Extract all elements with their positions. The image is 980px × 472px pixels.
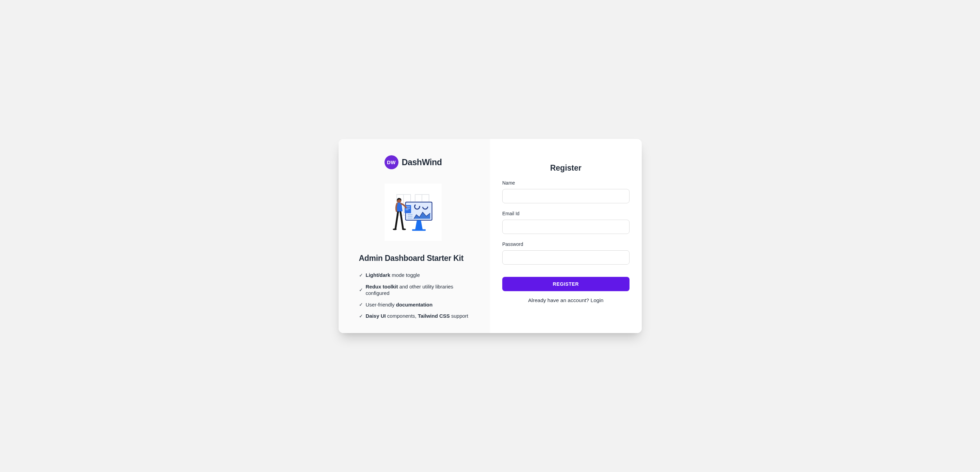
svg-point-17 (393, 228, 397, 230)
feature-item: ✓ Redux toolkit and other utility librar… (359, 283, 470, 297)
check-icon: ✓ (359, 313, 363, 319)
register-form-panel: Register Name Email Id Password Register… (490, 139, 642, 333)
svg-rect-13 (407, 214, 412, 215)
email-label: Email Id (502, 211, 630, 216)
svg-rect-10 (405, 209, 408, 210)
intro-panel: DW DashWind (339, 139, 490, 333)
intro-illustration (385, 183, 442, 241)
name-label: Name (502, 180, 630, 186)
svg-rect-6 (412, 229, 426, 231)
page-container: DW DashWind (0, 0, 980, 472)
intro-headline: Admin Dashboard Starter Kit (359, 254, 470, 263)
svg-rect-14 (407, 216, 412, 217)
svg-marker-5 (415, 220, 422, 230)
svg-rect-15 (407, 218, 412, 218)
register-card: DW DashWind (339, 139, 642, 333)
brand-name: DashWind (402, 157, 442, 167)
check-icon: ✓ (359, 272, 363, 278)
password-input[interactable] (502, 250, 630, 265)
login-prompt-text: Already have an account? (528, 297, 591, 303)
dashboard-illustration-icon (388, 187, 438, 238)
brand-badge: DW (385, 155, 398, 169)
feature-item: ✓ Daisy UI components, Tailwind CSS supp… (359, 313, 470, 319)
feature-list: ✓ Light/dark mode toggle ✓ Redux toolkit… (359, 272, 470, 319)
check-icon: ✓ (359, 287, 363, 293)
svg-point-18 (402, 228, 406, 230)
form-title: Register (502, 163, 630, 173)
name-field-group: Name (502, 180, 630, 203)
register-button[interactable]: Register (502, 277, 630, 291)
brand-logo: DW DashWind (385, 155, 470, 169)
password-field-group: Password (502, 241, 630, 265)
login-link[interactable]: Login (591, 297, 604, 303)
feature-text: Light/dark mode toggle (366, 272, 420, 279)
email-input[interactable] (502, 220, 630, 234)
feature-text: User-friendly documentation (366, 301, 433, 308)
feature-text: Redux toolkit and other utility librarie… (366, 283, 470, 297)
password-label: Password (502, 241, 630, 247)
feature-item: ✓ Light/dark mode toggle (359, 272, 470, 279)
feature-text: Daisy UI components, Tailwind CSS suppor… (366, 313, 469, 319)
check-icon: ✓ (359, 301, 363, 308)
name-input[interactable] (502, 189, 630, 203)
login-alt-row: Already have an account? Login (502, 297, 630, 303)
email-field-group: Email Id (502, 211, 630, 234)
feature-item: ✓ User-friendly documentation (359, 301, 470, 308)
